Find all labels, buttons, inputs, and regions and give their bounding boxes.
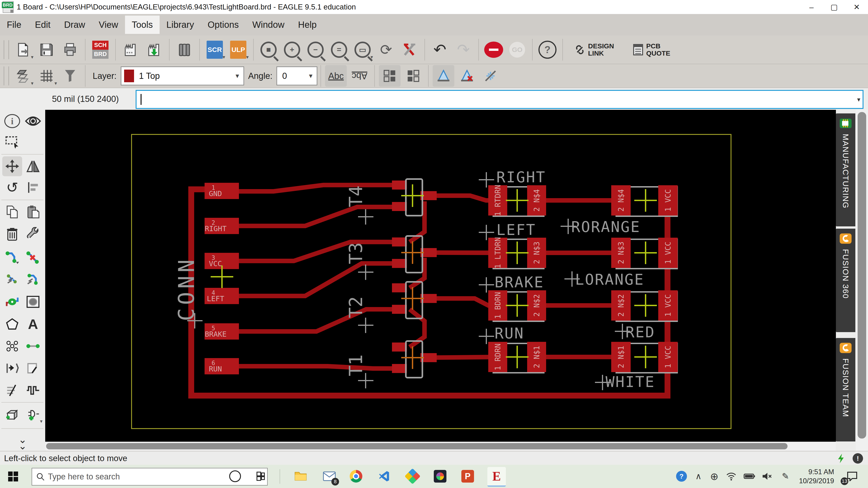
rotate-tool-button[interactable]: ↺ bbox=[2, 177, 22, 197]
slice-tool-button[interactable] bbox=[2, 381, 22, 400]
cam-download-button[interactable] bbox=[143, 39, 165, 61]
wire-tool-button[interactable] bbox=[23, 336, 43, 356]
group-select-tool-button[interactable] bbox=[2, 132, 22, 152]
pattern-a-button[interactable] bbox=[379, 65, 401, 87]
taskbar-clock[interactable]: 9:51 AM 10/29/2019 bbox=[799, 467, 834, 486]
vertical-scrollbar-thumb[interactable] bbox=[858, 112, 866, 438]
taskbar-mail[interactable]: 8 bbox=[321, 468, 337, 484]
pattern-b-button[interactable] bbox=[402, 65, 424, 87]
errors-indicator[interactable]: ! bbox=[852, 453, 863, 464]
vertical-scrollbar[interactable] bbox=[856, 110, 868, 451]
command-input[interactable]: ▾ bbox=[135, 90, 864, 109]
angle-select[interactable]: 0 ▼ bbox=[276, 66, 317, 86]
toolbar-drag-handle[interactable] bbox=[4, 40, 9, 59]
toolbar-drag-handle[interactable] bbox=[4, 66, 9, 86]
polygon-tool-button[interactable] bbox=[2, 314, 22, 334]
filter-button[interactable] bbox=[59, 65, 81, 87]
tab-fusion-team[interactable]: FUSION TEAM bbox=[836, 338, 855, 442]
tab-manufacturing[interactable]: MANUFACTURING bbox=[836, 113, 855, 226]
menu-draw[interactable]: Draw bbox=[57, 15, 92, 34]
text-mirrored-button[interactable]: Abc bbox=[348, 65, 370, 87]
optimize-tool-button[interactable] bbox=[23, 270, 43, 290]
cortana-button[interactable] bbox=[227, 468, 243, 484]
tray-pen[interactable]: ✎ bbox=[778, 468, 794, 484]
taskbar-photos[interactable] bbox=[432, 468, 448, 484]
tray-chevron[interactable]: ∧ bbox=[690, 468, 706, 484]
paste-tool-button[interactable] bbox=[23, 202, 43, 222]
add-part-tool-button[interactable] bbox=[2, 405, 22, 425]
angle-snap-button[interactable] bbox=[433, 65, 454, 87]
menu-edit[interactable]: Edit bbox=[28, 15, 57, 34]
zoom-in-button[interactable]: + bbox=[281, 39, 303, 61]
delete-tool-button[interactable] bbox=[2, 224, 22, 244]
taskbar-chrome[interactable] bbox=[348, 468, 364, 484]
menu-file[interactable]: File bbox=[0, 15, 28, 34]
board-canvas[interactable]: CONN 1 GND 2 RIGHT 3 VCC 4 LEFT 5 BRAKE … bbox=[45, 110, 836, 442]
miter-tool-button[interactable] bbox=[23, 358, 43, 378]
close-button[interactable]: ✕ bbox=[845, 0, 868, 14]
pcb-quote-button[interactable]: PCB QUOTE bbox=[623, 39, 680, 61]
zoom-redraw-button[interactable]: = bbox=[328, 39, 350, 61]
taskbar-file-explorer[interactable] bbox=[293, 468, 309, 484]
zoom-out-button[interactable]: − bbox=[305, 39, 327, 61]
show-tool-button[interactable] bbox=[23, 111, 43, 131]
horizontal-scrollbar-thumb[interactable] bbox=[46, 443, 787, 449]
run-script-button[interactable]: SCR ▾ bbox=[204, 39, 225, 61]
tray-wifi[interactable] bbox=[723, 468, 739, 484]
angle-snap-off-button[interactable] bbox=[456, 65, 478, 87]
tray-help[interactable]: ? bbox=[674, 468, 689, 484]
swap-layers-button[interactable] bbox=[399, 39, 421, 61]
menu-options[interactable]: Options bbox=[201, 15, 246, 34]
undo-button[interactable]: ↶ bbox=[429, 39, 451, 61]
info-tool-button[interactable]: i bbox=[2, 111, 22, 131]
start-button[interactable] bbox=[8, 471, 19, 482]
move-tool-button[interactable] bbox=[2, 156, 22, 176]
menu-window[interactable]: Window bbox=[246, 15, 291, 34]
palette-expand-button[interactable]: ⌄⌄ bbox=[13, 433, 33, 453]
route-tool-button[interactable] bbox=[2, 248, 22, 267]
text-normal-button[interactable]: Abc bbox=[325, 65, 347, 87]
tray-network[interactable]: ⊕ bbox=[706, 468, 722, 484]
action-center-button[interactable]: 13 bbox=[844, 468, 860, 484]
copy-tool-button[interactable] bbox=[2, 202, 22, 222]
menu-tools[interactable]: Tools bbox=[125, 15, 160, 34]
zoom-select-button[interactable]: ▭▾ bbox=[352, 39, 373, 61]
help-button[interactable]: ? bbox=[537, 39, 558, 61]
task-view-button[interactable] bbox=[253, 468, 269, 484]
meander-tool-button[interactable] bbox=[23, 381, 43, 400]
taskbar-powerpoint[interactable]: P bbox=[460, 468, 475, 484]
snap-marker-button[interactable] bbox=[480, 65, 501, 87]
circle-tool-button[interactable] bbox=[23, 292, 43, 312]
tab-fusion-360[interactable]: FUSION 360 bbox=[836, 229, 855, 332]
run-ulp-button[interactable]: ULP ▾ bbox=[227, 39, 249, 61]
menu-help[interactable]: Help bbox=[291, 15, 323, 34]
zoom-fit-button[interactable]: ■ bbox=[258, 39, 279, 61]
print-button[interactable] bbox=[59, 39, 81, 61]
taskbar-office[interactable] bbox=[405, 468, 421, 484]
ratsnest-tool-button[interactable] bbox=[2, 336, 22, 356]
go-button[interactable]: GO bbox=[506, 39, 528, 61]
autorouter-lightning-icon[interactable] bbox=[836, 453, 847, 464]
menu-library[interactable]: Library bbox=[160, 15, 201, 34]
minimize-button[interactable]: – bbox=[800, 0, 823, 14]
maximize-button[interactable]: ▢ bbox=[823, 0, 845, 14]
horizontal-scrollbar[interactable] bbox=[45, 442, 836, 451]
grid-button[interactable]: ▾ bbox=[36, 65, 57, 87]
add-device-tool-button[interactable]: ▾ bbox=[23, 405, 43, 425]
change-tool-button[interactable] bbox=[23, 224, 43, 244]
stop-button[interactable] bbox=[483, 39, 504, 61]
via-tool-button[interactable] bbox=[2, 292, 22, 312]
schematic-board-switch-button[interactable]: SCH BRD bbox=[90, 39, 111, 61]
dimension-tool-button[interactable] bbox=[2, 358, 22, 378]
split-tool-button[interactable] bbox=[2, 270, 22, 290]
text-tool-button[interactable]: A bbox=[23, 314, 43, 334]
ripup-tool-button[interactable] bbox=[23, 248, 43, 267]
redo-button[interactable]: ↷ bbox=[453, 39, 474, 61]
refresh-button[interactable]: ⟳ bbox=[375, 39, 397, 61]
menu-view[interactable]: View bbox=[92, 15, 125, 34]
save-button[interactable] bbox=[36, 39, 57, 61]
taskbar-eagle-active[interactable]: E bbox=[487, 467, 506, 487]
dropdown-arrow-icon[interactable]: ▾ bbox=[857, 96, 860, 103]
library-button[interactable] bbox=[174, 39, 195, 61]
mirror-tool-button[interactable] bbox=[23, 156, 43, 176]
